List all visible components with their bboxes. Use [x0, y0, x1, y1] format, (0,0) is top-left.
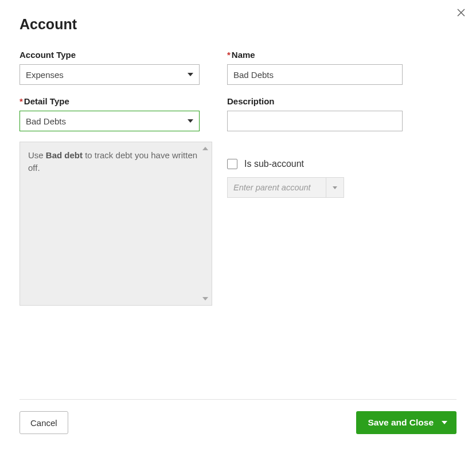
name-label: *Name: [227, 50, 403, 60]
parent-account-placeholder: Enter parent account: [228, 178, 326, 197]
left-column: Account Type Expenses *Detail Type Bad D…: [19, 50, 200, 306]
scroll-up-icon[interactable]: [202, 147, 208, 150]
sub-account-row: Is sub-account: [227, 159, 403, 169]
info-text: Use Bad debt to track debt you have writ…: [28, 150, 197, 173]
form-columns: Account Type Expenses *Detail Type Bad D…: [19, 50, 457, 306]
cancel-button[interactable]: Cancel: [19, 411, 68, 434]
detail-type-select[interactable]: Bad Debts: [19, 111, 200, 131]
dialog-title: Account: [19, 16, 457, 33]
account-type-value: Expenses: [26, 70, 64, 80]
name-field: *Name: [227, 50, 403, 85]
parent-account-combo[interactable]: Enter parent account: [227, 177, 344, 198]
caret-down-icon: [333, 186, 337, 189]
detail-type-value: Bad Debts: [26, 116, 66, 126]
account-type-select[interactable]: Expenses: [19, 64, 200, 85]
description-input[interactable]: [227, 111, 403, 131]
caret-down-icon: [442, 421, 447, 424]
detail-type-field: *Detail Type Bad Debts: [19, 96, 200, 131]
account-type-field: Account Type Expenses: [19, 50, 200, 85]
close-icon[interactable]: [454, 6, 468, 19]
required-star-icon: *: [227, 50, 231, 60]
sub-account-checkbox[interactable]: [227, 159, 237, 169]
account-dialog: Account Account Type Expenses *Detail Ty…: [0, 0, 476, 449]
save-and-close-button[interactable]: Save and Close: [356, 411, 457, 434]
sub-account-label: Is sub-account: [244, 159, 304, 169]
caret-down-icon: [188, 73, 193, 76]
required-star-icon: *: [19, 96, 23, 106]
name-input[interactable]: [227, 64, 403, 85]
description-label: Description: [227, 96, 403, 106]
description-field: Description: [227, 96, 403, 131]
detail-type-label: *Detail Type: [19, 96, 200, 106]
parent-account-dropdown-button[interactable]: [326, 178, 344, 197]
right-column: *Name Description Is sub-account Enter p…: [227, 50, 403, 306]
caret-down-icon: [188, 119, 193, 123]
account-type-label: Account Type: [19, 50, 200, 60]
dialog-footer: Cancel Save and Close: [19, 411, 457, 434]
footer-divider: [19, 399, 457, 400]
detail-type-info-panel: Use Bad debt to track debt you have writ…: [19, 142, 212, 306]
scroll-down-icon[interactable]: [202, 297, 208, 300]
